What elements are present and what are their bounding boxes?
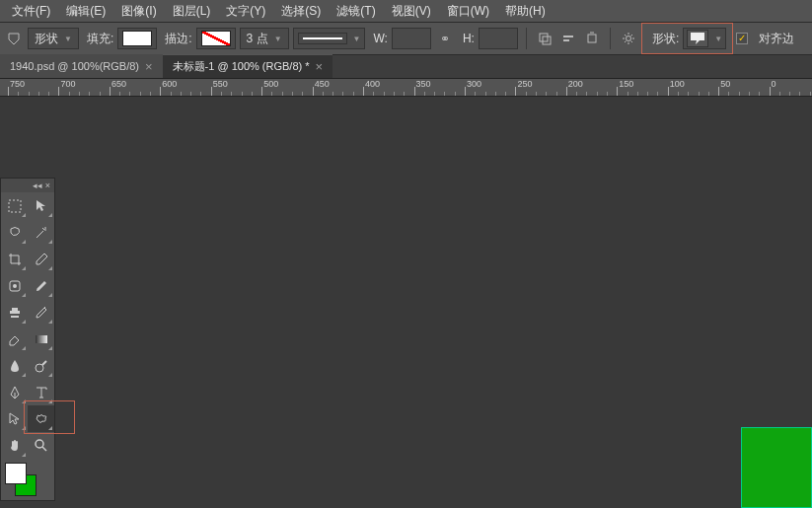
canvas-object[interactable] — [741, 427, 812, 508]
path-selection-tool[interactable] — [1, 405, 28, 432]
healing-brush-tool[interactable] — [1, 272, 28, 299]
tool-preset-icon[interactable] — [4, 29, 24, 48]
foreground-color[interactable] — [5, 463, 27, 484]
chevron-down-icon: ▼ — [64, 35, 72, 43]
align-edges-label: 对齐边 — [759, 31, 794, 47]
close-icon[interactable]: × — [45, 181, 50, 190]
svg-rect-9 — [36, 335, 47, 343]
svg-rect-6 — [9, 200, 21, 212]
crop-tool[interactable] — [1, 246, 28, 272]
stroke-width-value: 3 点 — [247, 31, 268, 47]
custom-shape-picker[interactable]: ▼ — [683, 28, 726, 49]
custom-shape-preview — [687, 30, 708, 47]
type-tool[interactable] — [28, 379, 54, 405]
fill-color-swatch — [122, 31, 152, 46]
close-icon[interactable]: × — [316, 59, 324, 74]
shape-mode-label: 形状 — [35, 31, 58, 47]
blur-tool[interactable] — [1, 352, 28, 379]
options-bar: 形状 ▼ 填充: 描边: 3 点 ▼ ▼ W: ⚭ H: 形状: ▼ ✓ 对齐边 — [0, 22, 812, 55]
collapse-icon[interactable]: ◂◂ — [33, 181, 42, 190]
tool-grid — [1, 192, 54, 459]
dodge-tool[interactable] — [28, 352, 54, 379]
menu-bar: 文件(F) 编辑(E) 图像(I) 图层(L) 文字(Y) 选择(S) 滤镜(T… — [0, 0, 812, 22]
highlight-box: 形状: ▼ — [642, 24, 732, 53]
tab-title: 未标题-1 @ 100% (RGB/8) * — [173, 59, 310, 74]
document-tabs: 1940.psd @ 100%(RGB/8) × 未标题-1 @ 100% (R… — [0, 55, 812, 79]
link-icon[interactable]: ⚭ — [435, 29, 455, 48]
clone-stamp-tool[interactable] — [1, 299, 28, 326]
eyedropper-tool[interactable] — [28, 246, 54, 272]
hand-tool[interactable] — [1, 432, 28, 459]
svg-point-11 — [36, 440, 43, 448]
menu-select[interactable]: 选择(S) — [273, 0, 329, 23]
zoom-tool[interactable] — [28, 432, 54, 459]
menu-window[interactable]: 窗口(W) — [439, 0, 497, 23]
path-ops-icon[interactable] — [535, 29, 554, 48]
chevron-down-icon: ▼ — [353, 35, 361, 43]
svg-point-10 — [36, 364, 43, 372]
svg-rect-4 — [588, 35, 596, 42]
pen-tool[interactable] — [1, 379, 28, 405]
stroke-style-dropdown[interactable]: ▼ — [293, 28, 366, 49]
svg-rect-3 — [563, 39, 569, 41]
stroke-color-swatch — [201, 31, 231, 46]
menu-edit[interactable]: 编辑(E) — [58, 0, 113, 23]
svg-point-8 — [13, 284, 17, 288]
magic-wand-tool[interactable] — [28, 219, 54, 246]
custom-shape-tool[interactable] — [28, 405, 54, 432]
lasso-tool[interactable] — [1, 219, 28, 246]
menu-view[interactable]: 视图(V) — [384, 0, 439, 23]
shape-mode-dropdown[interactable]: 形状 ▼ — [28, 28, 79, 49]
chevron-down-icon: ▼ — [274, 35, 282, 43]
svg-rect-2 — [563, 36, 573, 37]
arrange-icon[interactable] — [582, 29, 602, 48]
eraser-tool[interactable] — [1, 326, 28, 352]
svg-point-5 — [626, 36, 630, 41]
svg-rect-1 — [543, 36, 551, 44]
separator — [526, 28, 527, 49]
menu-filter[interactable]: 滤镜(T) — [329, 0, 383, 23]
fill-label: 填充: — [87, 31, 113, 47]
menu-type[interactable]: 文字(Y) — [218, 0, 273, 23]
tools-panel: ◂◂ × — [0, 178, 55, 501]
panel-header[interactable]: ◂◂ × — [1, 179, 54, 192]
brush-tool[interactable] — [28, 272, 54, 299]
stroke-style-preview — [298, 33, 347, 44]
close-icon[interactable]: × — [145, 59, 153, 74]
separator — [610, 28, 611, 49]
fill-swatch[interactable] — [117, 28, 157, 49]
menu-image[interactable]: 图像(I) — [113, 0, 164, 23]
gradient-tool[interactable] — [28, 326, 54, 352]
move-tool[interactable] — [28, 192, 54, 219]
tab-doc-2[interactable]: 未标题-1 @ 100% (RGB/8) * × — [163, 54, 333, 78]
align-icon[interactable] — [558, 29, 578, 48]
width-input[interactable] — [392, 28, 431, 49]
width-label: W: — [373, 32, 387, 45]
menu-file[interactable]: 文件(F) — [4, 0, 58, 23]
tab-doc-1[interactable]: 1940.psd @ 100%(RGB/8) × — [0, 54, 163, 78]
history-brush-tool[interactable] — [28, 299, 54, 326]
marquee-tool[interactable] — [1, 192, 28, 219]
chevron-down-icon: ▼ — [714, 35, 722, 43]
stroke-swatch[interactable] — [196, 28, 236, 49]
color-swatches — [1, 459, 54, 500]
height-input[interactable] — [479, 28, 518, 49]
stroke-label: 描边: — [165, 31, 191, 47]
stroke-width-field[interactable]: 3 点 ▼ — [240, 28, 289, 49]
svg-rect-0 — [540, 34, 548, 41]
gear-icon[interactable] — [619, 29, 638, 48]
height-label: H: — [463, 32, 475, 45]
horizontal-ruler[interactable]: 7507006506005505004504003503002502001501… — [0, 79, 812, 97]
canvas[interactable] — [0, 97, 812, 508]
menu-help[interactable]: 帮助(H) — [497, 0, 554, 23]
align-edges-checkbox[interactable]: ✓ — [736, 33, 748, 44]
tab-title: 1940.psd @ 100%(RGB/8) — [10, 60, 139, 72]
menu-layer[interactable]: 图层(L) — [165, 0, 219, 23]
custom-shape-label: 形状: — [652, 31, 679, 47]
